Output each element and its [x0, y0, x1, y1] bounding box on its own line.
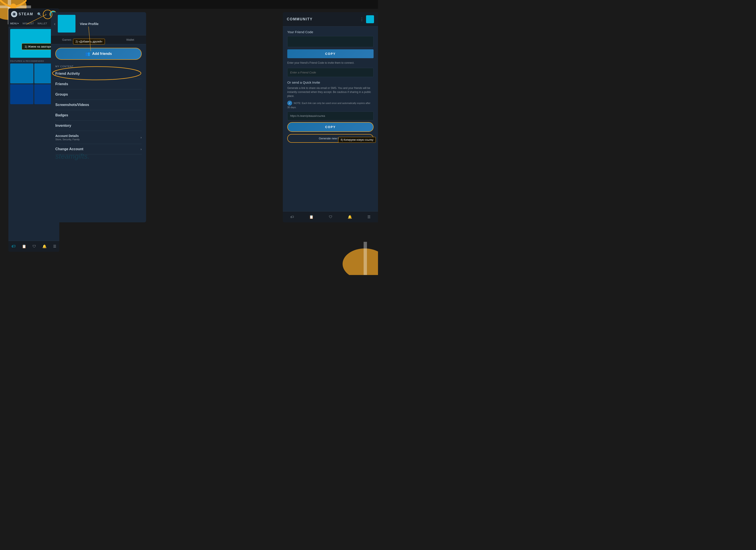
community-title: COMMUNITY [287, 17, 313, 21]
nav-wallet[interactable]: WALLET [36, 21, 49, 26]
left-panel-footer: 🏷 📋 🛡 🔔 ☰ [8, 241, 59, 252]
quick-invite-desc: Generate a link to share via email or SM… [287, 86, 374, 98]
note-text: ✓ NOTE: Each link can only be used once … [287, 101, 374, 109]
right-panel-body: Your Friend Code COPY Enter your friend'… [283, 27, 378, 146]
quick-invite-title: Or send a Quick Invite [287, 81, 374, 84]
middle-panel: ‹ View Profile 2) «Добавить друзей» Game… [51, 12, 146, 222]
add-friends-button[interactable]: 👥 Add friends [55, 48, 142, 60]
svg-rect-4 [364, 242, 367, 275]
friend-code-display [287, 36, 374, 47]
more-options-icon[interactable]: ⋮ [360, 17, 364, 22]
link-url-display: https://s.team/p/ваша/ссылка [287, 112, 374, 120]
menu-friend-activity[interactable]: Friend Activity [55, 69, 142, 79]
check-icon: ✓ [287, 101, 292, 106]
featured-label: FEATURED & RECOMMENDED [10, 60, 58, 62]
add-friends-label: Add friends [92, 52, 112, 56]
footer-menu-icon-right[interactable]: ☰ [367, 215, 370, 219]
annotation-1: 1) Жмем на аватарку [22, 43, 56, 50]
view-profile-button[interactable]: View Profile [80, 22, 99, 26]
tab-wallet[interactable]: Wallet [114, 35, 146, 44]
svg-point-3 [343, 249, 378, 275]
middle-header: ‹ View Profile [51, 12, 146, 35]
footer-bell-icon[interactable]: 🔔 [42, 244, 47, 249]
right-panel-header: COMMUNITY ⋮ [283, 12, 378, 27]
menu-change-account[interactable]: Change Account › [55, 144, 142, 155]
friend-code-title: Your Friend Code [287, 30, 374, 34]
decoration-bottom-right [338, 242, 378, 275]
game-tile-3[interactable] [10, 84, 33, 104]
footer-list-icon[interactable]: 📋 [22, 244, 26, 249]
game-tile-1[interactable] [10, 64, 33, 83]
footer-tag-icon[interactable]: 🏷 [12, 244, 15, 249]
steam-logo-text: STEAM [19, 12, 33, 16]
footer-shield-icon-right[interactable]: 🛡 [329, 215, 332, 219]
annotation-4: 4) Копируем новую ссылку [338, 137, 376, 143]
copy-friend-code-button[interactable]: COPY [287, 49, 374, 58]
menu-screenshots[interactable]: Screenshots/Videos [55, 100, 142, 110]
copy-link-button[interactable]: COPY [287, 122, 374, 132]
add-friends-icon: 👥 [85, 51, 90, 56]
steam-logo: STEAM [11, 11, 33, 17]
invite-description: Enter your friend's Friend Code to invit… [287, 61, 374, 65]
menu-groups[interactable]: Groups [55, 89, 142, 100]
menu-badges[interactable]: Badges [55, 110, 142, 121]
game-tiles-row-2 [10, 84, 58, 104]
footer-shield-icon[interactable]: 🛡 [33, 245, 36, 249]
back-arrow[interactable]: ‹ [54, 21, 56, 26]
profile-avatar [58, 15, 75, 33]
footer-menu-icon[interactable]: ☰ [53, 244, 56, 249]
right-panel-footer: 🏷 📋 🛡 🔔 ☰ [283, 211, 378, 222]
footer-list-icon-right[interactable]: 📋 [309, 215, 314, 219]
nav-menu[interactable]: MENU ▾ [8, 21, 21, 26]
menu-account-details[interactable]: Account Details Store, Security, Family … [55, 131, 142, 144]
change-account-arrow-icon: › [141, 147, 142, 151]
footer-bell-icon-right[interactable]: 🔔 [348, 215, 352, 219]
account-arrow-icon: › [141, 136, 142, 139]
annotation-2: 2) «Добавить друзей» [73, 39, 105, 44]
nav-wishlist[interactable]: WISHLIST [21, 21, 36, 26]
menu-items: Friend Activity Friends Groups Screensho… [51, 69, 146, 155]
right-panel: COMMUNITY ⋮ Your Friend Code COPY Enter … [283, 12, 378, 222]
steam-logo-icon [11, 11, 17, 17]
game-tiles-row-1 [10, 64, 58, 83]
top-bar [0, 0, 378, 9]
right-header-icons: ⋮ [360, 15, 374, 23]
my-content-label: MY CONTENT [51, 63, 146, 69]
community-avatar [366, 15, 374, 23]
footer-tag-icon-right[interactable]: 🏷 [290, 215, 294, 219]
menu-friends[interactable]: Friends [55, 79, 142, 89]
menu-inventory[interactable]: Inventory [55, 121, 142, 131]
friend-code-input[interactable] [287, 68, 374, 77]
search-icon[interactable]: 🔍 [37, 12, 42, 16]
more-icon[interactable]: ⋮ [44, 12, 47, 16]
